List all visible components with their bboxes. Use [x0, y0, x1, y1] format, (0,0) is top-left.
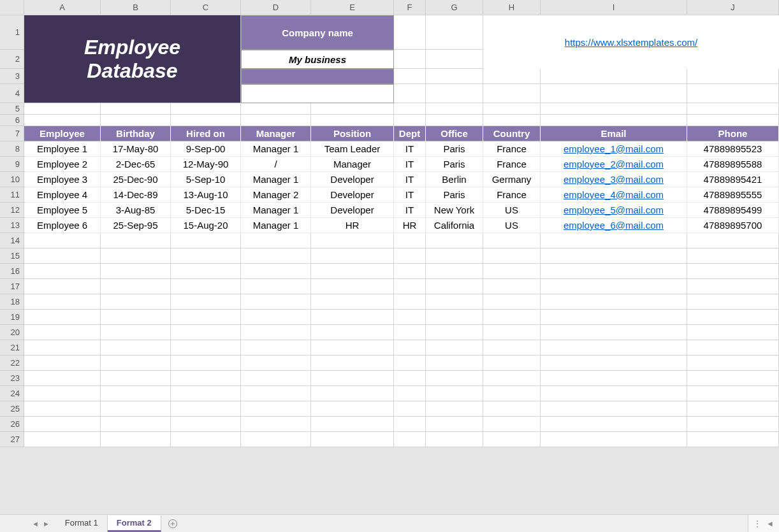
- cell[interactable]: [426, 248, 483, 264]
- row-header-16[interactable]: 16: [0, 264, 24, 279]
- cell[interactable]: [311, 325, 394, 340]
- cell[interactable]: [101, 356, 171, 371]
- cell[interactable]: [311, 279, 394, 294]
- cell-office[interactable]: Paris: [426, 157, 483, 172]
- cell-birthday[interactable]: 17-May-80: [101, 141, 171, 157]
- cell[interactable]: [687, 84, 779, 103]
- cell[interactable]: [426, 84, 483, 103]
- cell[interactable]: [483, 233, 541, 248]
- cell[interactable]: [394, 103, 426, 115]
- cell[interactable]: [426, 356, 483, 371]
- cell[interactable]: [24, 264, 101, 279]
- cell[interactable]: [101, 371, 171, 386]
- horizontal-scroll[interactable]: ⋮◄: [748, 514, 779, 532]
- table-header-email[interactable]: Email: [541, 126, 687, 141]
- cell[interactable]: [311, 356, 394, 371]
- cell[interactable]: [394, 356, 426, 371]
- column-header-E[interactable]: E: [311, 0, 394, 15]
- cell-office[interactable]: Paris: [426, 187, 483, 203]
- row-header-14[interactable]: 14: [0, 233, 24, 248]
- cell-position[interactable]: Manager: [311, 157, 394, 172]
- cell[interactable]: [483, 115, 541, 126]
- cell[interactable]: [24, 340, 101, 356]
- cell[interactable]: [541, 69, 687, 84]
- cell-phone[interactable]: 47889895588: [687, 157, 779, 172]
- cell-hired[interactable]: 9-Sep-00: [171, 141, 241, 157]
- cell[interactable]: [483, 325, 541, 340]
- cell-hired[interactable]: 5-Sep-10: [171, 172, 241, 187]
- cell[interactable]: [483, 386, 541, 401]
- cell[interactable]: [541, 417, 687, 432]
- cell[interactable]: [241, 233, 311, 248]
- cell-employee[interactable]: Employee 1: [24, 141, 101, 157]
- cell[interactable]: [24, 325, 101, 340]
- cell[interactable]: [101, 401, 171, 417]
- table-header-country[interactable]: Country: [483, 126, 541, 141]
- cell[interactable]: [24, 356, 101, 371]
- cell[interactable]: [24, 103, 101, 115]
- cell-country[interactable]: France: [483, 157, 541, 172]
- row-header-18[interactable]: 18: [0, 294, 24, 310]
- cell-manager[interactable]: /: [241, 157, 311, 172]
- cell-country[interactable]: US: [483, 203, 541, 218]
- cell-office[interactable]: Berlin: [426, 172, 483, 187]
- cell-dept[interactable]: IT: [394, 141, 426, 157]
- column-header-B[interactable]: B: [101, 0, 171, 15]
- row-header-27[interactable]: 27: [0, 432, 24, 447]
- cell[interactable]: [171, 386, 241, 401]
- cell-dept[interactable]: IT: [394, 203, 426, 218]
- cell[interactable]: [101, 294, 171, 310]
- cell[interactable]: [101, 115, 171, 126]
- cell[interactable]: [171, 417, 241, 432]
- column-header-H[interactable]: H: [483, 0, 541, 15]
- row-header-20[interactable]: 20: [0, 325, 24, 340]
- cell[interactable]: [687, 340, 779, 356]
- cell-manager[interactable]: Manager 1: [241, 172, 311, 187]
- table-header-employee[interactable]: Employee: [24, 126, 101, 141]
- cell-dept[interactable]: IT: [394, 187, 426, 203]
- cell[interactable]: [171, 115, 241, 126]
- table-header-dept[interactable]: Dept: [394, 126, 426, 141]
- cell-phone[interactable]: 47889895523: [687, 141, 779, 157]
- cell[interactable]: [241, 264, 311, 279]
- cell[interactable]: [541, 340, 687, 356]
- cell[interactable]: [394, 84, 426, 103]
- cell[interactable]: [687, 233, 779, 248]
- cell[interactable]: [483, 84, 541, 103]
- cell[interactable]: [101, 325, 171, 340]
- cell[interactable]: [687, 401, 779, 417]
- cell-country[interactable]: Germany: [483, 172, 541, 187]
- column-header-A[interactable]: A: [24, 0, 101, 15]
- cell[interactable]: [24, 417, 101, 432]
- cell[interactable]: [426, 279, 483, 294]
- cell[interactable]: [101, 248, 171, 264]
- cell[interactable]: [541, 264, 687, 279]
- cell[interactable]: [394, 386, 426, 401]
- cell[interactable]: [241, 371, 311, 386]
- column-header-D[interactable]: D: [241, 0, 311, 15]
- cell[interactable]: [241, 103, 311, 115]
- cell[interactable]: [101, 103, 171, 115]
- row-header-19[interactable]: 19: [0, 310, 24, 325]
- cell-country[interactable]: US: [483, 218, 541, 233]
- column-header-J[interactable]: J: [687, 0, 779, 15]
- cell[interactable]: [483, 310, 541, 325]
- cell[interactable]: [394, 50, 426, 69]
- cell[interactable]: [311, 264, 394, 279]
- cell[interactable]: [24, 371, 101, 386]
- cell-dept[interactable]: IT: [394, 157, 426, 172]
- cell[interactable]: [687, 264, 779, 279]
- table-header-manager[interactable]: Manager: [241, 126, 311, 141]
- cell[interactable]: [687, 432, 779, 447]
- cell[interactable]: [171, 325, 241, 340]
- cell-hired[interactable]: 5-Dec-15: [171, 203, 241, 218]
- cell[interactable]: [171, 248, 241, 264]
- cell[interactable]: [241, 115, 311, 126]
- cell[interactable]: [541, 356, 687, 371]
- cell[interactable]: [687, 356, 779, 371]
- cell[interactable]: [541, 248, 687, 264]
- cell[interactable]: [426, 233, 483, 248]
- cell[interactable]: [426, 325, 483, 340]
- cell[interactable]: [241, 279, 311, 294]
- template-link[interactable]: https://www.xlsxtemplates.com/: [483, 15, 779, 69]
